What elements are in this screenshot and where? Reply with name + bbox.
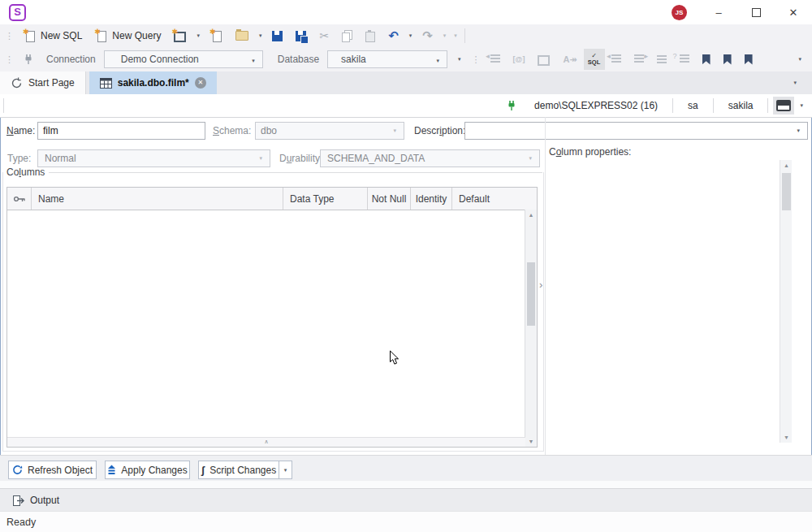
- new-sql-button[interactable]: ✱ New SQL: [17, 30, 89, 42]
- undo-dropdown[interactable]: ▾: [405, 32, 417, 39]
- server-name: demo\SQLEXPRESS02 (16): [523, 100, 669, 111]
- connection-select[interactable]: Demo Connection ▾: [104, 50, 263, 68]
- mouse-cursor: [389, 350, 400, 365]
- object-tab-bar: demo\SQLEXPRESS02 (16) sa sakila ▾: [0, 94, 812, 118]
- name-input[interactable]: film: [37, 122, 205, 140]
- layout-dropdown[interactable]: ▾: [796, 102, 807, 109]
- redo-dropdown: ▾: [439, 32, 451, 39]
- login-name: sa: [676, 100, 710, 111]
- paste-button: [359, 30, 382, 42]
- script-changes-dropdown[interactable]: ▾: [279, 461, 292, 479]
- apply-changes-button[interactable]: Apply Changes: [105, 461, 190, 479]
- maximize-icon: [752, 8, 761, 17]
- bookmark-icon: [702, 54, 710, 65]
- script-changes-button[interactable]: ʃ Script Changes: [198, 461, 279, 479]
- close-tab-icon[interactable]: ✕: [195, 77, 206, 89]
- tab-start-page[interactable]: Start Page: [0, 71, 86, 94]
- new-query-button[interactable]: ✱ New Query: [89, 30, 167, 42]
- copy-icon: [342, 32, 350, 42]
- info-separator: [672, 98, 673, 113]
- sql-toolbar-grip[interactable]: ⋮: [472, 54, 480, 65]
- next-bookmark-icon: [745, 54, 753, 65]
- comment-button: ?: [673, 54, 696, 65]
- menu-bar: S JS – ✕: [0, 0, 812, 24]
- toolbar-separator: [464, 28, 465, 43]
- footer-bar: Refresh Object Apply Changes ʃ Script Ch…: [0, 455, 812, 482]
- new-sql-icon: ✱: [24, 30, 36, 42]
- splitter-collapse-icon[interactable]: ›: [539, 279, 542, 291]
- user-avatar[interactable]: JS: [672, 5, 687, 20]
- undo-button[interactable]: ↶: [382, 28, 405, 43]
- previous-bookmark-icon: [723, 54, 732, 65]
- info-separator: [767, 98, 768, 113]
- new-document-dropdown[interactable]: ▾: [192, 32, 204, 39]
- open-file-button[interactable]: [229, 31, 255, 41]
- save-icon: [272, 31, 283, 41]
- scroll-up-icon[interactable]: ▲: [525, 212, 537, 218]
- status-text: Ready: [6, 517, 36, 528]
- redo-icon: ↷: [422, 28, 433, 43]
- column-properties-panel: ▲ ▼: [560, 160, 792, 443]
- database-name: sakila: [717, 100, 765, 111]
- scroll-up-icon[interactable]: ▲: [780, 162, 792, 168]
- maximize-button[interactable]: [737, 0, 775, 24]
- database-select[interactable]: sakila ▾: [327, 50, 447, 68]
- footer-gap: [0, 481, 812, 488]
- grid-bottom-strip[interactable]: ∧: [7, 437, 525, 447]
- toggle-bookmark-button[interactable]: [696, 54, 717, 65]
- connection-toolbar-grip[interactable]: ⋮: [5, 54, 13, 65]
- key-column-header[interactable]: [7, 188, 32, 210]
- layout-button[interactable]: [773, 97, 794, 115]
- toolbar-grip[interactable]: ⋮: [5, 31, 13, 41]
- header-name[interactable]: Name: [32, 188, 283, 210]
- sql-toolbar-overflow[interactable]: ▾: [794, 56, 806, 63]
- close-button[interactable]: ✕: [775, 0, 812, 24]
- layout-icon: [776, 100, 791, 111]
- open-file-dropdown[interactable]: ▾: [255, 32, 266, 39]
- parameter-info-icon: [@]: [513, 55, 525, 63]
- previous-bookmark-button[interactable]: [717, 54, 738, 65]
- standard-toolbar: ⋮ ✱ New SQL ✱ New Query ✱ ▾ ✱ ▾ ✂ ↶ ▾ ↷ …: [0, 24, 812, 48]
- scroll-down-icon[interactable]: ▼: [525, 439, 537, 444]
- header-not-null[interactable]: Not Null: [368, 188, 411, 210]
- refresh-object-button[interactable]: Refresh Object: [8, 461, 97, 479]
- copy-button: [335, 30, 359, 42]
- navigate-icon: A↠: [563, 54, 577, 65]
- pick-list-button: [531, 53, 556, 66]
- sql-formatter-button[interactable]: ✓ SQL: [584, 49, 605, 70]
- decrease-indent-button: ◄: [605, 54, 628, 65]
- database-select-arrow: ▾: [433, 58, 444, 64]
- grid-vertical-scrollbar[interactable]: ▲ ▼: [525, 210, 537, 447]
- subtab-separator: [3, 98, 4, 113]
- new-file-button[interactable]: ✱: [204, 30, 229, 42]
- tab-sakila-dbo-film[interactable]: sakila.dbo.film* ✕: [89, 71, 217, 94]
- header-identity[interactable]: Identity: [411, 188, 452, 210]
- header-data-type[interactable]: Data Type: [283, 188, 368, 210]
- connection-plug-icon: [17, 54, 40, 66]
- connection-toolbar-dropdown[interactable]: ▾: [454, 56, 465, 63]
- app-window: S JS – ✕ ⋮ ✱ New SQL ✱ New Query ✱ ▾ ✱ ▾…: [0, 0, 812, 532]
- durability-label: Durability:: [279, 149, 322, 167]
- parameter-info-button: [@]: [507, 55, 532, 63]
- new-document-button[interactable]: ✱: [167, 29, 192, 42]
- minimize-button[interactable]: –: [700, 0, 737, 24]
- output-panel-header[interactable]: Output: [0, 488, 812, 512]
- status-bar: Ready: [0, 511, 812, 532]
- next-bookmark-button[interactable]: [738, 54, 759, 65]
- description-input[interactable]: ▾: [464, 122, 808, 140]
- save-all-button[interactable]: [289, 31, 313, 41]
- columns-grid: Name Data Type Not Null Identity Default…: [6, 187, 538, 448]
- schema-select: dbo▾: [255, 122, 404, 140]
- scroll-down-icon[interactable]: ▼: [780, 435, 792, 440]
- header-default[interactable]: Default: [452, 188, 537, 210]
- column-properties-title: Column properties:: [549, 143, 631, 161]
- extra-dropdown: ▾: [450, 32, 461, 39]
- panel-divider[interactable]: [545, 117, 546, 455]
- table-icon: [100, 78, 112, 89]
- tab-list-dropdown[interactable]: ▾: [789, 71, 812, 94]
- properties-scroll-thumb[interactable]: [782, 173, 791, 210]
- properties-scrollbar[interactable]: ▲ ▼: [780, 160, 792, 443]
- database-label: Database: [278, 54, 319, 65]
- save-button[interactable]: [266, 31, 289, 41]
- grid-scroll-thumb[interactable]: [527, 262, 535, 326]
